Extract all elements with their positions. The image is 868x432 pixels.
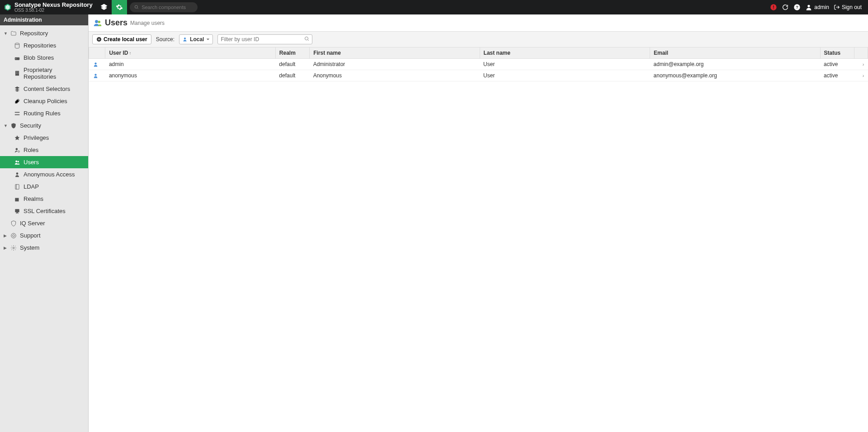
page-title: Users [105, 18, 127, 28]
sidebar-section-label: Repository [20, 30, 85, 37]
db-icon [14, 43, 21, 49]
current-user[interactable]: admin [805, 4, 829, 11]
alert-icon[interactable] [770, 4, 777, 11]
sidebar-item-users[interactable]: Users [0, 156, 88, 168]
sidebar-item-ssl-certificates[interactable]: SSL Certificates [0, 205, 88, 217]
refresh-icon[interactable] [782, 4, 789, 11]
global-search-input[interactable] [142, 5, 193, 10]
hdd-icon [14, 55, 21, 61]
sidebar-item-cleanup-policies[interactable]: Cleanup Policies [0, 95, 88, 107]
cell-realm: default [275, 59, 309, 70]
sidebar-section-label: Security [20, 122, 85, 129]
table-header-status[interactable]: Status [820, 47, 854, 59]
svg-point-21 [16, 172, 19, 175]
plus-icon [96, 37, 102, 42]
search-icon [134, 5, 139, 10]
sidebar-item-label: Privileges [24, 134, 85, 141]
sidebar-item-label: Roles [24, 147, 85, 153]
cell-last-name: User [480, 70, 650, 81]
sidebar-item-realms[interactable]: Realms [0, 193, 88, 205]
app-title: Sonatype Nexus Repository [14, 2, 93, 8]
page-subtitle: Manage users [130, 20, 165, 26]
sidebar-section-system[interactable]: ▶System [0, 242, 88, 254]
svg-rect-16 [15, 114, 20, 115]
sidebar-item-blob-stores[interactable]: Blob Stores [0, 52, 88, 64]
sidebar-item-repositories[interactable]: Repositories [0, 39, 88, 52]
signout-icon [834, 4, 840, 10]
svg-rect-13 [16, 73, 17, 73]
svg-rect-11 [16, 72, 17, 72]
row-chevron-right-icon: › [854, 59, 868, 70]
expand-toggle-icon: ▶ [4, 233, 8, 238]
sidebar-item-privileges[interactable]: Privileges [0, 132, 88, 144]
svg-point-20 [18, 161, 19, 162]
table-row[interactable]: admindefaultAdministratorUseradmin@examp… [89, 59, 868, 70]
svg-rect-10 [15, 71, 19, 76]
signout-link[interactable]: Sign out [834, 4, 862, 10]
table-header-userid[interactable]: User ID↑ [105, 47, 275, 59]
table-header-email[interactable]: Email [650, 47, 820, 59]
sidebar-item-routing-rules[interactable]: Routing Rules [0, 107, 88, 119]
sidebar-item-anonymous-access[interactable]: Anonymous Access [0, 168, 88, 180]
svg-rect-12 [18, 72, 18, 72]
badge-icon [14, 135, 21, 141]
create-local-user-button[interactable]: Create local user [92, 34, 151, 44]
browse-mode-button[interactable] [96, 0, 112, 14]
cell-user-id: anonymous [105, 70, 275, 81]
shield-icon [10, 220, 17, 227]
cell-status: active [820, 70, 854, 81]
global-search[interactable] [130, 2, 198, 12]
table-row[interactable]: anonymousdefaultAnonymousUseranonymous@e… [89, 70, 868, 81]
svg-point-27 [95, 20, 98, 23]
create-button-label: Create local user [104, 36, 147, 43]
gear-icon [10, 245, 17, 251]
cell-realm: default [275, 70, 309, 81]
table-header-firstname[interactable]: First name [310, 47, 480, 59]
sidebar-section-label: System [20, 244, 85, 251]
source-value: Local [190, 36, 204, 43]
svg-point-6 [808, 5, 810, 7]
cell-email: anonymous@example.org [650, 70, 820, 81]
svg-point-7 [15, 43, 19, 45]
sidebar-section-iq-server[interactable]: IQ Server [0, 217, 88, 229]
main-content: Users Manage users Create local user Sou… [89, 14, 868, 432]
svg-point-33 [94, 74, 96, 76]
castle-icon [14, 196, 21, 202]
svg-point-26 [13, 247, 14, 249]
building-icon [14, 70, 21, 76]
sidebar-section-repository[interactable]: ▼Repository [0, 27, 88, 39]
svg-point-31 [305, 37, 308, 40]
sidebar-section-security[interactable]: ▼Security [0, 119, 88, 132]
app-logo: Sonatype Nexus Repository OSS 3.58.1-02 [0, 2, 96, 13]
sidebar-item-label: Users [24, 159, 85, 166]
table-header-realm[interactable]: Realm [275, 47, 309, 59]
admin-mode-button[interactable] [112, 0, 127, 14]
sidebar-item-content-selectors[interactable]: Content Selectors [0, 83, 88, 95]
sidebar-item-roles[interactable]: Roles [0, 144, 88, 156]
sidebar-item-label: Proprietary Repositories [24, 66, 85, 80]
broom-icon [14, 98, 21, 104]
source-select[interactable]: Local [179, 34, 213, 44]
users-toolbar: Create local user Source: Local [89, 32, 868, 47]
sidebar-item-proprietary-repositories[interactable]: Proprietary Repositories [0, 64, 88, 83]
admin-sidebar: Administration ▼RepositoryRepositoriesBl… [0, 14, 89, 432]
cell-email: admin@example.org [650, 59, 820, 70]
sidebar-item-label: Realms [24, 195, 85, 202]
users-page-icon [93, 19, 102, 28]
lifering-icon [10, 233, 17, 239]
folder-icon [10, 30, 17, 37]
table-header-lastname[interactable]: Last name [480, 47, 650, 59]
svg-point-0 [135, 5, 137, 8]
sidebar-item-label: LDAP [24, 183, 85, 190]
security-icon [10, 123, 17, 129]
filter-search-icon[interactable] [304, 36, 310, 42]
user-small-icon [182, 37, 188, 42]
sidebar-section-support[interactable]: ▶Support [0, 229, 88, 242]
chevron-down-icon [206, 38, 210, 41]
sidebar-item-ldap[interactable]: LDAP [0, 180, 88, 193]
user-icon [805, 4, 812, 11]
help-icon[interactable]: ? [793, 4, 801, 11]
sidebar-item-label: SSL Certificates [24, 208, 85, 214]
filter-input[interactable] [217, 34, 312, 44]
svg-point-32 [94, 62, 96, 64]
